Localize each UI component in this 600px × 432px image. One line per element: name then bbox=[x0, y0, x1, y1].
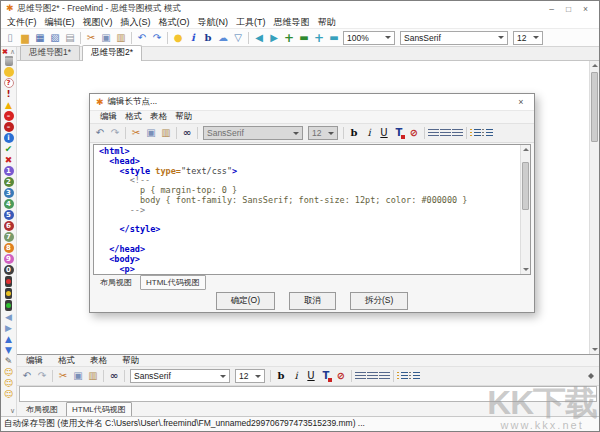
cloud-icon[interactable]: ☁ bbox=[216, 31, 230, 45]
redo-icon[interactable]: ↷ bbox=[150, 31, 164, 45]
number-3-icon[interactable]: 3 bbox=[4, 188, 14, 198]
bold-icon[interactable]: b bbox=[201, 31, 215, 45]
smiley-icon-3[interactable]: ☺ bbox=[3, 389, 14, 399]
smiley-icon-2[interactable]: ☺ bbox=[3, 378, 14, 388]
dialog-menu-item[interactable]: 编辑 bbox=[96, 111, 121, 123]
traffic-light-green-icon[interactable] bbox=[5, 300, 12, 311]
italic-icon[interactable]: i bbox=[289, 369, 303, 383]
note-view-tab[interactable]: HTML代码视图 bbox=[66, 402, 132, 417]
maximize-button[interactable]: □ bbox=[560, 4, 577, 14]
font-color-icon[interactable]: T bbox=[319, 369, 333, 383]
number-1-icon[interactable]: 1 bbox=[4, 166, 14, 176]
main-menu-item[interactable]: 插入(S) bbox=[117, 16, 155, 29]
toolbar-overflow-spinner[interactable] bbox=[588, 370, 594, 382]
important-icon[interactable]: ! bbox=[3, 89, 14, 99]
trash-icon[interactable] bbox=[5, 56, 13, 66]
filter-icon[interactable]: ▽ bbox=[231, 31, 245, 45]
numbered-list-icon[interactable] bbox=[409, 372, 420, 381]
tag-icon[interactable]: ✎ bbox=[3, 356, 14, 366]
remove-format-icon[interactable]: ⊘ bbox=[407, 126, 421, 140]
not-ok-icon[interactable]: ✖ bbox=[3, 155, 14, 165]
paste-icon[interactable]: ▥ bbox=[114, 31, 128, 45]
main-menu-item[interactable]: 帮助 bbox=[314, 16, 340, 29]
font-size-combo[interactable]: 12 bbox=[308, 126, 338, 140]
prohibited-icon[interactable]: – bbox=[4, 122, 14, 132]
font-size-combo[interactable]: 12 bbox=[513, 31, 543, 45]
redo-icon[interactable]: ↷ bbox=[35, 369, 49, 383]
scroll-up-icon[interactable] bbox=[590, 61, 599, 70]
alert-triangle-icon[interactable]: ▲ bbox=[3, 100, 14, 110]
note-view-tab[interactable]: 布局视图 bbox=[21, 403, 63, 416]
dialog-view-tab[interactable]: 布局视图 bbox=[95, 276, 137, 289]
undo-icon[interactable]: ↶ bbox=[93, 126, 107, 140]
paste-icon[interactable]: ▥ bbox=[159, 126, 173, 140]
idea-icon[interactable] bbox=[4, 67, 14, 77]
font-family-combo[interactable]: SansSerif bbox=[130, 369, 230, 383]
numbered-list-icon[interactable] bbox=[482, 129, 493, 138]
main-menu-item[interactable]: 格式(O) bbox=[155, 16, 194, 29]
paste-icon[interactable]: ▥ bbox=[86, 369, 100, 383]
smiley-icon[interactable]: ☺ bbox=[3, 367, 14, 377]
cancel-button[interactable]: 取消 bbox=[289, 292, 336, 310]
remove-format-icon[interactable]: ⊘ bbox=[334, 369, 348, 383]
minimize-button[interactable]: – bbox=[543, 4, 560, 14]
bold-icon[interactable]: b bbox=[274, 369, 288, 383]
arrow-right-icon[interactable]: ▶ bbox=[3, 323, 14, 333]
find-icon[interactable]: ∞ bbox=[107, 369, 121, 383]
find-icon[interactable]: ∞ bbox=[180, 126, 194, 140]
align-center-icon[interactable] bbox=[440, 129, 451, 138]
help-icon[interactable]: ? bbox=[4, 78, 14, 88]
scroll-thumb[interactable] bbox=[591, 72, 598, 142]
expand-all-icon[interactable]: + bbox=[282, 31, 296, 45]
font-color-icon[interactable]: T bbox=[392, 126, 406, 140]
number-0-icon[interactable]: 0 bbox=[4, 265, 14, 275]
number-2-icon[interactable]: 2 bbox=[4, 177, 14, 187]
collapse-all-icon[interactable]: ▬ bbox=[297, 31, 311, 45]
main-menu-item[interactable]: 思维导图 bbox=[270, 16, 314, 29]
number-9-icon[interactable]: 9 bbox=[4, 254, 14, 264]
main-menu-item[interactable]: 工具(T) bbox=[232, 16, 270, 29]
scroll-up-icon[interactable] bbox=[521, 145, 530, 154]
close-button[interactable]: × bbox=[577, 4, 594, 14]
main-menu-item[interactable]: 视图(V) bbox=[79, 16, 117, 29]
copy-icon[interactable]: ▣ bbox=[99, 31, 113, 45]
arrow-up-icon[interactable]: ▲ bbox=[3, 334, 14, 344]
new-map-icon[interactable]: ▯ bbox=[3, 31, 17, 45]
previous-map-icon[interactable]: ◀ bbox=[252, 31, 266, 45]
open-map-icon[interactable]: ▆ bbox=[18, 31, 32, 45]
note-menu-item[interactable]: 格式 bbox=[54, 355, 79, 367]
number-6-icon[interactable]: 6 bbox=[4, 221, 14, 231]
ok-button[interactable]: 确定(O) bbox=[216, 292, 275, 310]
underline-icon[interactable]: U bbox=[304, 369, 318, 383]
copy-icon[interactable]: ▣ bbox=[144, 126, 158, 140]
scroll-down-icon[interactable] bbox=[590, 345, 599, 354]
html-code-editor[interactable]: <html> <head> <style type="text/css"> <!… bbox=[93, 144, 531, 275]
split-button[interactable]: 拆分(S) bbox=[350, 292, 408, 310]
info-icon[interactable]: i bbox=[4, 133, 14, 143]
font-size-combo[interactable]: 12 bbox=[235, 369, 265, 383]
font-family-combo[interactable]: SansSerif bbox=[203, 126, 303, 140]
main-menu-item[interactable]: 文件(F) bbox=[3, 16, 41, 29]
traffic-light-red-icon[interactable] bbox=[5, 276, 12, 287]
sidebar-expand-icon[interactable]: ∨ bbox=[10, 407, 15, 415]
cut-icon[interactable]: ✂ bbox=[84, 31, 98, 45]
map-tab[interactable]: 思维导图1* bbox=[20, 45, 80, 60]
number-5-icon[interactable]: 5 bbox=[4, 210, 14, 220]
code-vscrollbar[interactable] bbox=[520, 145, 530, 274]
number-8-icon[interactable]: 8 bbox=[4, 243, 14, 253]
note-menu-item[interactable]: 表格 bbox=[86, 355, 111, 367]
arrow-down-icon[interactable]: ▼ bbox=[3, 345, 14, 355]
undo-icon[interactable]: ↶ bbox=[135, 31, 149, 45]
bullet-list-icon[interactable] bbox=[397, 372, 408, 381]
zoom-in-icon[interactable]: + bbox=[312, 31, 326, 45]
copy-icon[interactable]: ▣ bbox=[71, 369, 85, 383]
zoom-out-icon[interactable]: ▬ bbox=[327, 31, 341, 45]
scroll-down-icon[interactable] bbox=[521, 265, 530, 274]
scroll-thumb[interactable] bbox=[522, 162, 529, 210]
dialog-menu-item[interactable]: 格式 bbox=[121, 111, 146, 123]
bold-icon[interactable]: b bbox=[347, 126, 361, 140]
arrow-left-icon[interactable]: ◀ bbox=[3, 312, 14, 322]
underline-icon[interactable]: U bbox=[377, 126, 391, 140]
next-map-icon[interactable]: ▶ bbox=[267, 31, 281, 45]
ok-icon[interactable]: ✔ bbox=[3, 144, 14, 154]
